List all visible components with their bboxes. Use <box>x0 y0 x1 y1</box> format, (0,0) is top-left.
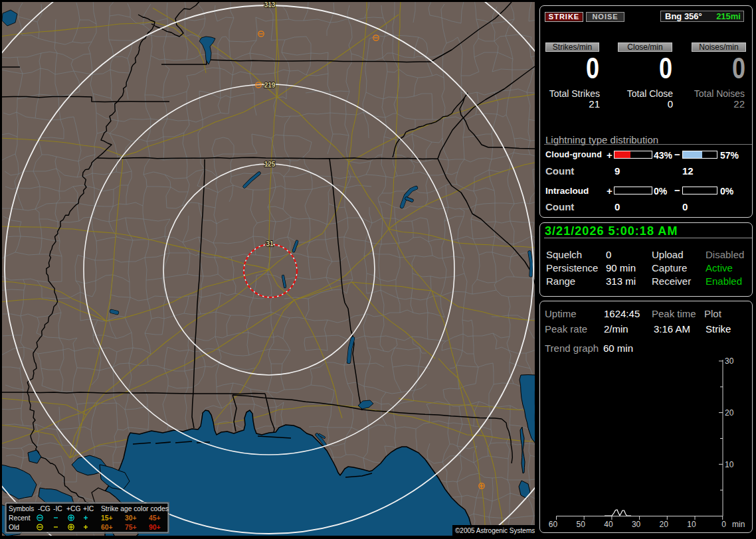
svg-text:min: min <box>732 520 745 529</box>
svg-text:40: 40 <box>604 520 613 529</box>
svg-text:20: 20 <box>725 408 734 418</box>
svg-text:50: 50 <box>577 520 586 529</box>
svg-text:30: 30 <box>725 356 734 366</box>
svg-text:0: 0 <box>721 520 726 529</box>
svg-text:60: 60 <box>549 520 558 529</box>
svg-text:10: 10 <box>725 460 734 469</box>
svg-text:20: 20 <box>660 520 669 529</box>
svg-text:10: 10 <box>687 520 696 529</box>
svg-text:30: 30 <box>632 520 641 529</box>
